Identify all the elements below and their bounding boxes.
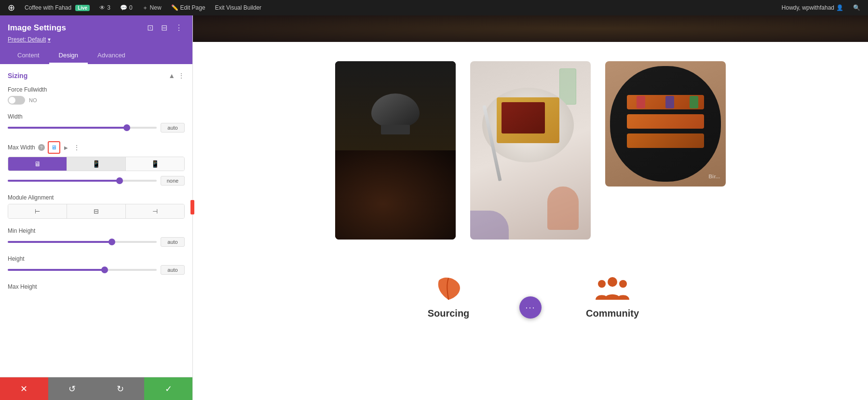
pencil-icon: ✏️ (171, 4, 178, 11)
max-width-responsive-buttons: 🖥 📱 📱 (8, 157, 185, 171)
force-fullwidth-toggle[interactable] (8, 96, 25, 105)
height-slider-thumb[interactable] (101, 267, 108, 273)
width-slider-row: auto (8, 123, 185, 133)
width-slider-fill (8, 127, 127, 129)
alignment-buttons: ⊢ ⊟ ⊣ (8, 204, 185, 219)
edit-page-button[interactable]: ✏️ Edit Page (167, 0, 209, 15)
align-left-btn[interactable]: ⊢ (8, 204, 67, 218)
desktop-device-btn[interactable]: 🖥 (48, 141, 60, 154)
help-icon[interactable]: ? (38, 144, 45, 151)
height-slider-row: auto (8, 265, 185, 275)
min-height-value[interactable]: auto (161, 237, 185, 247)
skewer-2 (627, 114, 704, 129)
force-fullwidth-setting: Force Fullwidth NO (8, 86, 185, 105)
community-icon (595, 273, 631, 302)
align-center-btn[interactable]: ⊟ (67, 204, 126, 218)
width-label: Width (8, 113, 185, 120)
force-fullwidth-label: Force Fullwidth (8, 86, 185, 93)
min-height-slider-row: auto (8, 237, 185, 247)
arrow-right-btn[interactable]: ▶ (62, 144, 70, 151)
sizing-section-header: Sizing ▲ ⋮ (8, 72, 185, 80)
max-height-setting: Max Height (8, 283, 185, 290)
user-greeting[interactable]: Howdy, wpwithfahad 👤 (778, 0, 847, 15)
section-more-icon[interactable]: ⋮ (178, 72, 185, 80)
tab-content[interactable]: Content (8, 48, 49, 64)
user-avatar-icon: 👤 (836, 4, 843, 11)
leaf-icon (434, 273, 463, 302)
width-slider-thumb[interactable] (123, 124, 130, 131)
purple-onion (665, 96, 674, 108)
min-height-label: Min Height (8, 227, 185, 234)
force-fullwidth-toggle-row: NO (8, 96, 185, 105)
panel-content: Sizing ▲ ⋮ Force Fullwidth NO (0, 64, 192, 377)
max-width-label: Max Width ? 🖥 ▶ ⋮ (8, 141, 185, 154)
max-height-label: Max Height (8, 283, 185, 290)
panel-preset[interactable]: Preset: Default ▾ (8, 36, 185, 43)
drink-glass (547, 187, 579, 230)
min-height-slider-track[interactable] (8, 241, 157, 243)
min-height-slider-fill (8, 241, 112, 243)
columns-icon[interactable]: ⊟ (159, 22, 169, 33)
svg-point-0 (608, 277, 617, 287)
toggle-value: NO (29, 97, 37, 103)
height-setting: Height auto (8, 255, 185, 275)
watermark: Bir... (708, 173, 720, 179)
sourcing-label: Sourcing (428, 308, 470, 319)
sizing-section-controls: ▲ ⋮ (168, 72, 185, 80)
collapse-icon[interactable]: ▲ (168, 72, 175, 80)
max-width-slider-thumb[interactable] (116, 177, 123, 184)
admin-bar: ⊕ Coffee with Fahad Live 👁 3 💬 0 ＋ New ✏… (0, 0, 868, 15)
panel-header-icons: ⊡ ⊟ ⋮ (145, 22, 185, 33)
max-width-more-btn[interactable]: ⋮ (72, 143, 81, 152)
width-value[interactable]: auto (161, 123, 185, 133)
floating-action-button[interactable]: ··· (519, 296, 542, 319)
fullscreen-icon[interactable]: ⊡ (145, 22, 155, 33)
panel-tabs: Content Design Advanced (8, 48, 185, 64)
preset-label: Preset: Default (8, 36, 46, 43)
height-label: Height (8, 255, 185, 262)
redo-button[interactable]: ↻ (96, 377, 145, 400)
undo-button[interactable]: ↺ (48, 377, 96, 400)
panel-footer: ✕ ↺ ↻ ✓ (0, 377, 192, 400)
height-value[interactable]: auto (161, 265, 185, 275)
tab-advanced[interactable]: Advanced (88, 48, 135, 64)
sizing-title: Sizing (8, 72, 27, 80)
search-icon: 🔍 (853, 4, 860, 11)
admin-bar-right: Howdy, wpwithfahad 👤 🔍 (778, 0, 864, 15)
desktop-btn[interactable]: 🖥 (8, 157, 67, 171)
mobile-btn[interactable]: 📱 (126, 157, 184, 171)
green-pepper (690, 96, 698, 108)
eye-icon: 👁 (99, 4, 105, 11)
module-alignment-label: Module Alignment (8, 194, 185, 201)
max-width-slider-track[interactable] (8, 180, 157, 182)
tablet-btn[interactable]: 📱 (67, 157, 126, 171)
site-name[interactable]: Coffee with Fahad Live (21, 0, 94, 15)
align-right-btn[interactable]: ⊣ (126, 204, 184, 218)
tab-design[interactable]: Design (49, 48, 88, 64)
grinder-top (335, 61, 456, 160)
grinder-bowl (371, 93, 420, 127)
exit-builder-button[interactable]: Exit Visual Builder (211, 0, 266, 15)
plus-icon: ＋ (142, 4, 148, 12)
community-label: Community (586, 308, 639, 319)
floating-btn-dots: ··· (525, 303, 535, 313)
save-button[interactable]: ✓ (144, 377, 192, 400)
more-options-icon[interactable]: ⋮ (173, 22, 185, 33)
comment-count[interactable]: 💬 0 (116, 0, 136, 15)
new-button[interactable]: ＋ New (138, 0, 165, 15)
max-width-setting: Max Width ? 🖥 ▶ ⋮ 🖥 📱 📱 (8, 141, 185, 186)
max-width-value[interactable]: none (161, 176, 185, 186)
width-slider-track[interactable] (8, 127, 157, 129)
height-slider-track[interactable] (8, 269, 157, 271)
view-count[interactable]: 👁 3 (95, 0, 114, 15)
cancel-button[interactable]: ✕ (0, 377, 48, 400)
panel-header-top: Image Settings ⊡ ⊟ ⋮ (8, 22, 185, 33)
preset-dropdown-icon: ▾ (48, 36, 51, 43)
min-height-slider-thumb[interactable] (108, 239, 115, 245)
live-badge: Live (75, 5, 90, 11)
toast-image (470, 61, 591, 240)
toggle-knob (9, 97, 15, 104)
search-button[interactable]: 🔍 (849, 0, 864, 15)
wp-logo-button[interactable]: ⊕ (4, 0, 19, 15)
sourcing-item: Sourcing (376, 273, 521, 319)
